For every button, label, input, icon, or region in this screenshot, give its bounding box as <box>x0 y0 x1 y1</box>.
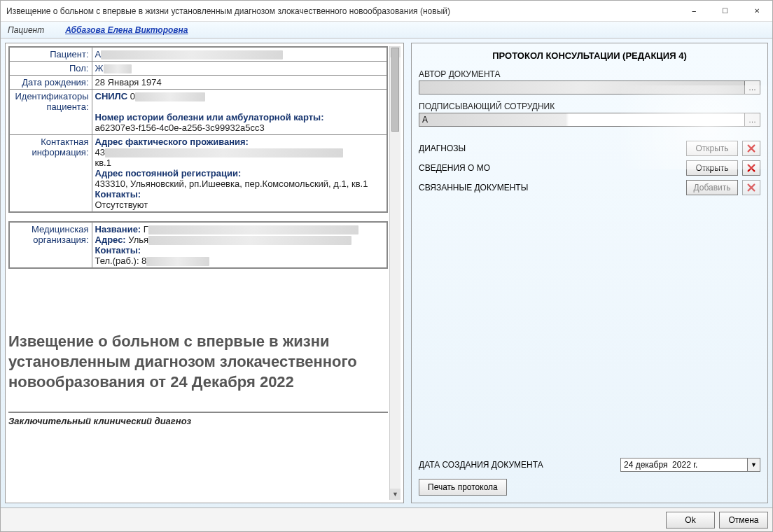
author-input[interactable] <box>419 80 745 94</box>
section-label: ДИАГНОЗЫ <box>419 144 682 153</box>
left-scrollbar[interactable]: ▲ ▼ <box>389 46 401 500</box>
patient-link[interactable]: Аббазова Елена Викторовна <box>65 25 188 35</box>
org-info-table: Медицинская организация: Название: Г Адр… <box>8 221 388 269</box>
date-input[interactable] <box>620 458 748 472</box>
minimize-button[interactable]: ‒ <box>678 1 709 21</box>
signer-input[interactable] <box>419 113 745 127</box>
patient-bar-label: Пациент <box>8 25 44 35</box>
ok-button[interactable]: Ok <box>666 512 715 528</box>
delete-button[interactable] <box>742 180 760 195</box>
section-label: СВЯЗАННЫЕ ДОКУМЕНТЫ <box>419 183 682 192</box>
window-title: Извещение о больном с впервые в жизни ус… <box>6 6 450 16</box>
add-button[interactable]: Добавить <box>686 180 738 195</box>
signer-browse-button[interactable]: … <box>745 113 760 127</box>
signer-combo: … <box>419 113 760 127</box>
delete-button[interactable] <box>742 141 760 156</box>
row-value-contact: Адрес фактического проживания: 43 кв.1 А… <box>92 135 387 213</box>
section-row: СВЕДЕНИЯ О МООткрыть <box>419 160 760 176</box>
row-value-dob: 28 Января 1974 <box>92 76 387 90</box>
patient-info-table: Пациент: А Пол: Ж Дата рождения: 28 Янва… <box>8 46 388 213</box>
date-label: ДАТА СОЗДАНИЯ ДОКУМЕНТА <box>419 460 620 470</box>
row-value-patient: А <box>92 47 387 62</box>
divider <box>8 412 388 413</box>
open-button[interactable]: Открыть <box>686 141 738 156</box>
content-area: Пациент: А Пол: Ж Дата рождения: 28 Янва… <box>1 38 772 507</box>
section-label: СВЕДЕНИЯ О МО <box>419 163 682 173</box>
open-button[interactable]: Открыть <box>686 160 738 176</box>
protocol-title: ПРОТОКОЛ КОНСУЛЬТАЦИИ (РЕДАКЦИЯ 4) <box>419 50 760 61</box>
row-value-sex: Ж <box>92 62 387 76</box>
row-label-sex: Пол: <box>9 62 92 76</box>
main-window: Извещение о больном с впервые в жизни ус… <box>0 0 773 532</box>
date-picker[interactable]: ▼ <box>620 458 760 472</box>
footer: Ok Отмена <box>1 507 772 531</box>
date-dropdown-icon[interactable]: ▼ <box>748 458 760 472</box>
row-label-ids: Идентификаторы пациента: <box>9 90 92 135</box>
section-row: ДИАГНОЗЫОткрыть <box>419 141 760 156</box>
author-combo: … <box>419 80 760 94</box>
delete-icon <box>746 163 756 173</box>
row-label-contact: Контактная информация: <box>9 135 92 213</box>
maximize-button[interactable]: ☐ <box>709 1 741 21</box>
row-label-org: Медицинская организация: <box>9 222 92 268</box>
titlebar: Извещение о больном с впервые в жизни ус… <box>1 1 772 22</box>
cancel-button[interactable]: Отмена <box>719 512 768 528</box>
row-value-ids: СНИЛС 0 Номер истории болезни или амбула… <box>92 90 387 135</box>
date-row: ДАТА СОЗДАНИЯ ДОКУМЕНТА ▼ <box>419 458 760 472</box>
delete-icon <box>746 144 756 153</box>
scroll-down-icon[interactable]: ▼ <box>390 489 401 500</box>
print-protocol-button[interactable]: Печать протокола <box>419 479 507 496</box>
right-pane: ПРОТОКОЛ КОНСУЛЬТАЦИИ (РЕДАКЦИЯ 4) АВТОР… <box>411 43 768 503</box>
section-row: СВЯЗАННЫЕ ДОКУМЕНТЫДобавить <box>419 180 760 195</box>
author-browse-button[interactable]: … <box>745 80 760 94</box>
diagnosis-section-label: Заключительный клинический диагноз <box>8 416 388 426</box>
scroll-thumb[interactable] <box>391 48 399 132</box>
document-title: Извещение о больном с впервые в жизни ус… <box>8 332 388 392</box>
left-pane: Пациент: А Пол: Ж Дата рождения: 28 Янва… <box>5 43 404 503</box>
row-label-dob: Дата рождения: <box>9 76 92 90</box>
author-label: АВТОР ДОКУМЕНТА <box>419 69 760 79</box>
row-label-patient: Пациент: <box>9 47 92 62</box>
delete-icon <box>746 183 756 192</box>
delete-button[interactable] <box>742 160 760 176</box>
signer-label: ПОДПИСЫВАЮЩИЙ СОТРУДНИК <box>419 102 760 111</box>
row-value-org: Название: Г Адрес: Улья Контакты: Тел.(р… <box>92 222 387 268</box>
patient-bar: Пациент Аббазова Елена Викторовна <box>1 22 772 38</box>
close-button[interactable]: ✕ <box>741 1 772 21</box>
